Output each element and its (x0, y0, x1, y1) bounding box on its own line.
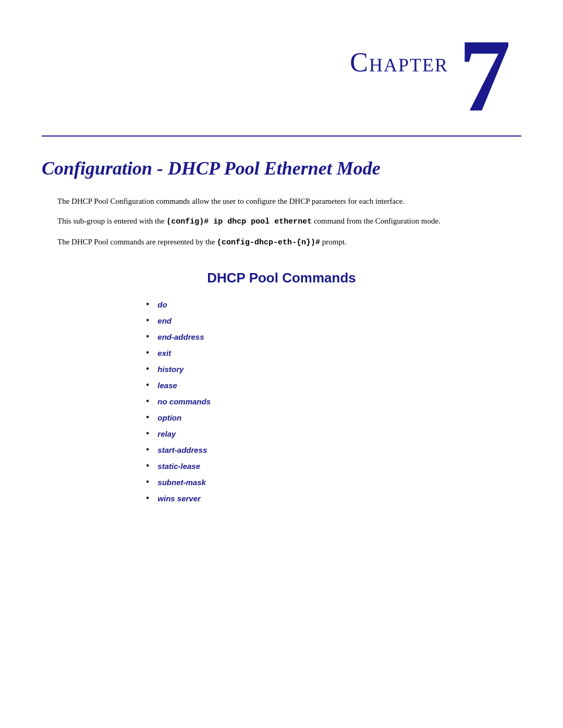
divider (42, 135, 521, 137)
intro-paragraph-2: This sub-group is entered with the (conf… (57, 215, 506, 228)
list-item: •option (146, 412, 521, 423)
command-link[interactable]: end (157, 316, 172, 325)
list-item: •subnet-mask (146, 477, 521, 488)
intro-text-2b: command from the Configuration mode. (312, 217, 440, 225)
command-link[interactable]: relay (157, 429, 176, 438)
list-item: •end (146, 315, 521, 326)
bullet-icon: • (146, 445, 149, 455)
command-link[interactable]: wins server (157, 494, 201, 503)
bullet-icon: • (146, 364, 149, 375)
bullet-icon: • (146, 299, 149, 310)
intro-paragraph-3: The DHCP Pool commands are represented b… (57, 236, 506, 249)
list-item: •do (146, 299, 521, 310)
intro-text-3a: The DHCP Pool commands are represented b… (57, 238, 217, 246)
command-link[interactable]: do (157, 300, 167, 309)
command-link[interactable]: exit (157, 349, 171, 357)
intro-paragraph-1: The DHCP Pool Configuration commands all… (57, 195, 506, 207)
bullet-icon: • (146, 477, 149, 488)
inline-code-2: (config-dhcp-eth-{n})# (217, 238, 320, 247)
intro-text-1: The DHCP Pool Configuration commands all… (57, 197, 405, 205)
command-link[interactable]: start-address (157, 446, 207, 454)
list-item: •wins server (146, 493, 521, 504)
command-link[interactable]: no commands (157, 397, 211, 406)
list-item: •lease (146, 380, 521, 391)
bullet-icon: • (146, 331, 149, 342)
intro-text-3b: prompt. (320, 238, 347, 246)
command-link[interactable]: option (157, 413, 181, 422)
intro-text-2a: This sub-group is entered with the (57, 217, 166, 225)
bullet-icon: • (146, 412, 149, 423)
list-item: •static-lease (146, 461, 521, 472)
command-link[interactable]: subnet-mask (157, 478, 206, 487)
commands-list: •do•end•end-address•exit•history•lease•n… (146, 299, 521, 504)
bullet-icon: • (146, 396, 149, 407)
bullet-icon: • (146, 315, 149, 326)
page-title: Configuration - DHCP Pool Ethernet Mode (42, 157, 521, 179)
bullet-icon: • (146, 493, 149, 504)
bullet-icon: • (146, 348, 149, 359)
bullet-icon: • (146, 428, 149, 439)
bullet-icon: • (146, 461, 149, 472)
bullet-icon: • (146, 380, 149, 391)
list-item: •no commands (146, 396, 521, 407)
section-heading: DHCP Pool Commands (42, 270, 521, 286)
chapter-header: Chapter 7 (42, 31, 521, 120)
list-item: •end-address (146, 331, 521, 342)
command-link[interactable]: end-address (157, 332, 204, 341)
list-item: •start-address (146, 445, 521, 455)
chapter-label: Chapter (350, 47, 448, 78)
command-link[interactable]: history (157, 365, 183, 374)
list-item: •history (146, 364, 521, 375)
inline-code-1: (config)# ip dhcp pool ethernet (166, 217, 312, 226)
list-item: •exit (146, 348, 521, 359)
list-item: •relay (146, 428, 521, 439)
command-link[interactable]: static-lease (157, 462, 200, 471)
command-link[interactable]: lease (157, 381, 177, 390)
chapter-number: 7 (459, 31, 511, 120)
